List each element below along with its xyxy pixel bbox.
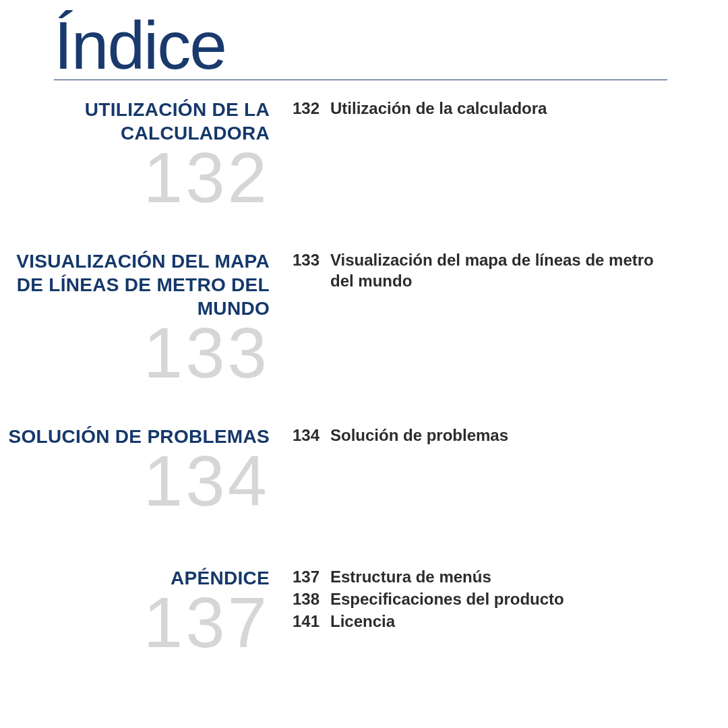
toc-entry-page: 137 <box>290 566 320 587</box>
toc-entry: 138 Especificaciones del producto <box>290 588 667 609</box>
section-page-number: 137 <box>0 587 270 658</box>
toc-entry-text: Licencia <box>330 611 395 632</box>
toc-section: APÉNDICE 137 137 Estructura de menús 138… <box>0 566 728 658</box>
toc-entry-text: Especificaciones del producto <box>330 588 564 609</box>
toc-entry-page: 134 <box>290 425 320 446</box>
toc-entry-text: Solución de problemas <box>330 425 508 446</box>
toc-entry-page: 141 <box>290 611 320 632</box>
toc-section: VISUALIZACIÓN DEL MAPA DE LÍNEAS DE METR… <box>0 249 728 388</box>
toc-entry: 132 Utilización de la calculadora <box>290 98 667 119</box>
toc-entry-page: 133 <box>290 249 320 291</box>
page-title: Índice <box>54 7 226 84</box>
toc-entry: 133 Visualización del mapa de líneas de … <box>290 249 667 291</box>
section-heading: VISUALIZACIÓN DEL MAPA DE LÍNEAS DE METR… <box>0 249 270 320</box>
toc-entry: 134 Solución de problemas <box>290 425 667 446</box>
section-page-number: 133 <box>0 317 270 388</box>
toc-entry: 137 Estructura de menús <box>290 566 667 587</box>
toc-section: SOLUCIÓN DE PROBLEMAS 134 134 Solución d… <box>0 425 728 516</box>
title-underline <box>54 80 667 80</box>
toc-entry-page: 138 <box>290 588 320 609</box>
toc-entry-page: 132 <box>290 98 320 119</box>
section-page-number: 134 <box>0 446 270 516</box>
toc-section: UTILIZACIÓN DE LA CALCULADORA 132 132 Ut… <box>0 98 728 213</box>
toc-entry-text: Visualización del mapa de líneas de metr… <box>330 249 667 291</box>
toc-entry-text: Utilización de la calculadora <box>330 98 547 119</box>
section-page-number: 132 <box>0 142 270 213</box>
toc-entry: 141 Licencia <box>290 611 667 632</box>
toc-entry-text: Estructura de menús <box>330 566 491 587</box>
